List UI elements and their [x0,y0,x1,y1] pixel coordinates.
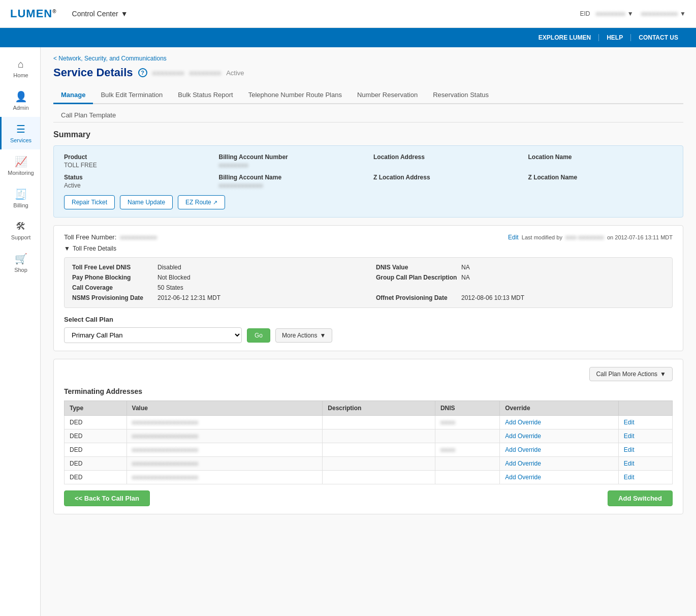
toll-free-details-grid: Toll Free Level DNIS Disabled DNIS Value… [64,257,673,308]
sidebar-item-services[interactable]: ☰ Services [0,117,40,149]
sidebar-item-label-home: Home [13,72,28,78]
tab-number-reservation[interactable]: Number Reservation [350,87,425,104]
sidebar-item-support[interactable]: 🛠 Support [0,214,40,247]
edit-row-link[interactable]: Edit [624,474,635,481]
call-plan-more-actions-label: Call Plan More Actions [596,371,657,378]
col-header-actions [618,401,672,416]
go-button[interactable]: Go [247,328,270,343]
admin-icon: 👤 [15,90,27,103]
add-override-link[interactable]: Add Override [505,474,541,481]
toll-free-panel: Toll Free Number: ●●●●●●●●●● Edit Last m… [53,225,683,351]
eid-display: EID ●●●●●●●● ▼ [580,10,633,17]
cell-edit: Edit [618,416,672,429]
cell-description [323,471,435,484]
term-panel-header: Call Plan More Actions ▼ [64,367,673,381]
more-actions-button[interactable]: More Actions ▼ [275,328,332,343]
tab-telephone-route[interactable]: Telephone Number Route Plans [241,87,350,104]
details-row-empty [376,284,665,291]
blue-nav-bar: EXPLORE LUMEN HELP CONTACT US [0,28,696,47]
tab-manage[interactable]: Manage [53,87,93,104]
table-row: DED●●●●●●●●●●●●●●●●●●●●●●Add OverrideEdi… [65,416,673,429]
page-meta-1: ●●●●●●●● [152,69,184,77]
main-layout: ⌂ Home 👤 Admin ☰ Services 📈 Monitoring 🧾… [0,47,696,616]
sidebar-item-monitoring[interactable]: 📈 Monitoring [0,149,40,182]
main-content: Network, Security, and Communications Se… [41,47,696,616]
cell-type: DED [65,457,127,471]
contact-us-link[interactable]: CONTACT US [631,34,686,41]
call-plan-section-label: Select Call Plan [64,316,673,323]
add-switched-button[interactable]: Add Switched [608,490,673,506]
cell-description [323,457,435,471]
sidebar-item-home[interactable]: ⌂ Home [0,52,40,84]
add-override-link[interactable]: Add Override [505,446,541,453]
cell-value: ●●●●●●●●●●●●●●●●●● [126,429,323,443]
toll-free-number: ●●●●●●●●●● [120,234,157,241]
cell-override: Add Override [500,429,619,443]
services-icon: ☰ [16,123,25,135]
tab-bulk-edit[interactable]: Bulk Edit Termination [93,87,170,104]
user-display[interactable]: ●●●●●●●●●● ▼ [641,10,686,17]
toll-free-details-toggle[interactable]: ▼ Toll Free Details [64,245,673,252]
sidebar: ⌂ Home 👤 Admin ☰ Services 📈 Monitoring 🧾… [0,47,41,616]
toggle-arrow-icon: ▼ [64,245,70,252]
details-row-dnis-level: Toll Free Level DNIS Disabled [72,264,361,271]
primary-call-plan-select[interactable]: Primary Call Plan [64,327,242,343]
sidebar-item-label-services: Services [10,137,31,143]
tab-bulk-status[interactable]: Bulk Status Report [170,87,240,104]
summary-box: Product TOLL FREE Billing Account Number… [53,145,683,218]
monitoring-icon: 📈 [15,156,27,168]
call-plan-section: Select Call Plan Primary Call Plan Go Mo… [64,316,673,343]
cell-type: DED [65,443,127,457]
cell-dnis [435,429,499,443]
repair-ticket-button[interactable]: Repair Ticket [64,195,115,209]
chevron-down-icon: ▼ [121,10,128,18]
cell-edit: Edit [618,457,672,471]
edit-row-link[interactable]: Edit [624,446,635,453]
table-row: DED●●●●●●●●●●●●●●●●●●Add OverrideEdit [65,429,673,443]
help-icon[interactable]: ? [138,68,147,77]
call-plan-more-actions-button[interactable]: Call Plan More Actions ▼ [589,367,673,381]
add-override-link[interactable]: Add Override [505,460,541,467]
sub-tab-call-plan-template[interactable]: Call Plan Template [53,108,123,122]
call-plan-actions-chevron-icon: ▼ [660,371,666,378]
sidebar-item-billing[interactable]: 🧾 Billing [0,182,40,214]
terminating-addresses-title: Terminating Addresses [64,387,673,395]
toll-free-details-label: Toll Free Details [73,245,116,252]
more-actions-label: More Actions [282,332,317,339]
control-center-button[interactable]: Control Center ▼ [72,10,128,18]
cell-value: ●●●●●●●●●●●●●●●●●● [126,457,323,471]
cell-dnis: ●●●● [435,416,499,429]
details-row-group-call-plan: Group Call Plan Description NA [376,274,665,281]
billing-icon: 🧾 [15,188,27,200]
cell-override: Add Override [500,416,619,429]
cell-dnis [435,457,499,471]
toll-free-header: Toll Free Number: ●●●●●●●●●● Edit Last m… [64,233,673,241]
details-row-dnis-value: DNIS Value NA [376,264,665,271]
sidebar-item-label-shop: Shop [14,267,27,273]
edit-row-link[interactable]: Edit [624,460,635,467]
breadcrumb[interactable]: Network, Security, and Communications [53,55,683,62]
terminating-addresses-panel: Call Plan More Actions ▼ Terminating Add… [53,359,683,514]
sidebar-item-label-admin: Admin [13,105,28,111]
summary-grid: Product TOLL FREE Billing Account Number… [64,153,673,189]
cell-type: DED [65,416,127,429]
toll-free-modified: Edit Last modified by ●●● ●●●●●●● on 201… [508,234,673,241]
explore-lumen-link[interactable]: EXPLORE LUMEN [531,34,599,41]
ez-route-button[interactable]: EZ Route [178,195,225,209]
tab-reservation-status[interactable]: Reservation Status [425,87,496,104]
name-update-button[interactable]: Name Update [120,195,173,209]
control-center-label: Control Center [72,10,118,18]
summary-section-title: Summary [53,130,683,139]
add-override-link[interactable]: Add Override [505,419,541,426]
toll-free-edit-link[interactable]: Edit [508,234,519,241]
edit-row-link[interactable]: Edit [624,419,635,426]
add-override-link[interactable]: Add Override [505,433,541,440]
sidebar-item-admin[interactable]: 👤 Admin [0,84,40,117]
sidebar-item-shop[interactable]: 🛒 Shop [0,247,40,279]
cell-description [323,416,435,429]
call-plan-controls: Primary Call Plan Go More Actions ▼ [64,327,673,343]
modified-by: ●●● ●●●●●●● [565,234,604,241]
back-to-call-plan-button[interactable]: << Back To Call Plan [64,490,150,506]
help-link[interactable]: HELP [599,34,631,41]
edit-row-link[interactable]: Edit [624,433,635,440]
